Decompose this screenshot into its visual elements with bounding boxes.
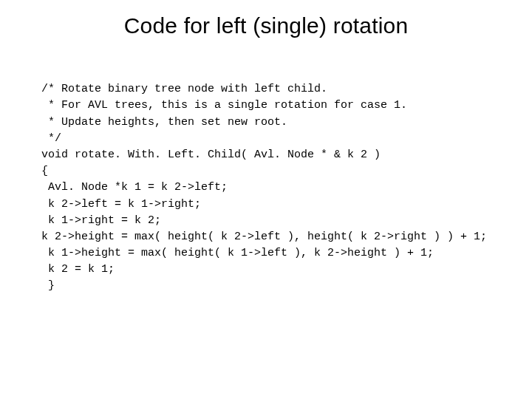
code-line: * Update heights, then set new root. xyxy=(41,116,287,129)
code-line: Avl. Node *k 1 = k 2->left; xyxy=(41,181,228,194)
code-line: /* Rotate binary tree node with left chi… xyxy=(41,83,327,95)
code-line: void rotate. With. Left. Child( Avl. Nod… xyxy=(41,149,381,161)
slide: Code for left (single) rotation /* Rotat… xyxy=(0,0,532,399)
code-line: k 2 = k 1; xyxy=(41,263,115,276)
code-line: { xyxy=(41,165,48,177)
code-line: k 1->right = k 2; xyxy=(41,214,161,227)
code-line: k 2->left = k 1->right; xyxy=(41,198,201,211)
code-block: /* Rotate binary tree node with left chi… xyxy=(41,65,514,311)
code-line: */ xyxy=(41,132,61,145)
code-line: k 1->height = max( height( k 1->left ), … xyxy=(41,247,434,259)
code-line: k 2->height = max( height( k 2->left ), … xyxy=(41,231,487,243)
code-line: } xyxy=(41,279,55,292)
slide-title: Code for left (single) rotation xyxy=(0,13,532,38)
code-line: * For AVL trees, this is a single rotati… xyxy=(41,99,407,112)
